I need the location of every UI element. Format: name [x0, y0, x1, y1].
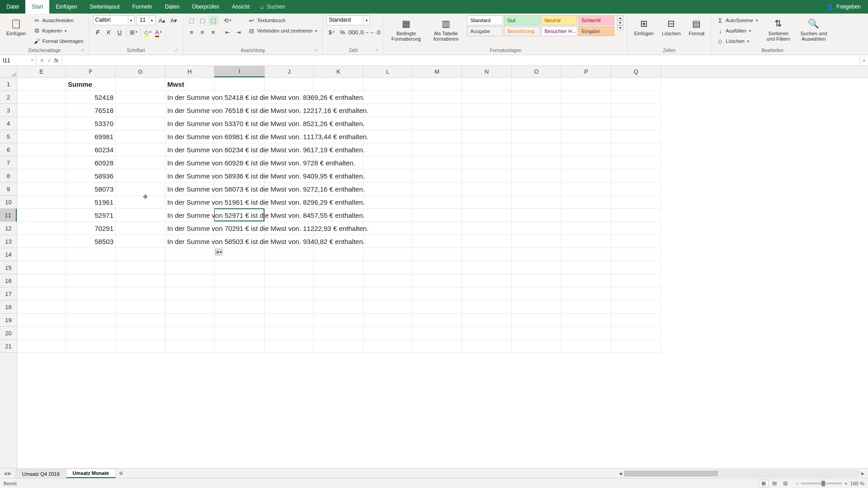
cell-O2[interactable]: [512, 91, 561, 104]
cell-L14[interactable]: [363, 248, 412, 261]
cell-O11[interactable]: [512, 209, 561, 222]
sort-filter-button[interactable]: ⇅Sortieren und Filtern: [762, 15, 795, 43]
cell-F3[interactable]: 76518: [66, 104, 116, 117]
cell-E19[interactable]: [17, 314, 66, 327]
cell-G12[interactable]: [116, 222, 165, 235]
format-cells-button[interactable]: ▤Format: [686, 15, 708, 38]
menu-tab-formeln[interactable]: Formeln: [126, 0, 159, 14]
cell-I17[interactable]: [214, 287, 265, 300]
cell-H1[interactable]: Mwst: [165, 78, 214, 91]
cell-H5[interactable]: In der Summe von 69981 € ist die Mwst vo…: [165, 130, 214, 143]
align-middle-button[interactable]: ⬚: [198, 15, 208, 25]
autofill-options-button[interactable]: ⊞▾: [215, 249, 222, 255]
cell-P13[interactable]: [561, 235, 611, 248]
scroll-thumb[interactable]: [624, 471, 718, 476]
cell-O5[interactable]: [512, 130, 561, 143]
align-right-button[interactable]: ≡: [208, 27, 218, 37]
cell-Q8[interactable]: [611, 169, 661, 183]
col-header-M[interactable]: M: [412, 66, 462, 77]
cell-F10[interactable]: 51961: [66, 196, 116, 209]
cell-P21[interactable]: [561, 340, 611, 353]
cell-H11[interactable]: In der Summe von 52971 € ist die Mwst vo…: [165, 209, 214, 222]
cell-G14[interactable]: [116, 248, 165, 261]
cell-Q17[interactable]: [611, 287, 661, 300]
cell-O9[interactable]: [512, 183, 561, 196]
accounting-format-button[interactable]: $: [326, 27, 336, 37]
conditional-formatting-button[interactable]: ▦Bedingte Formatierung: [387, 15, 425, 43]
col-header-G[interactable]: G: [116, 66, 165, 77]
cell-P6[interactable]: [561, 143, 611, 156]
spreadsheet-grid[interactable]: EFGHIJKLMNOPQ 12345678910111213141516171…: [0, 66, 868, 468]
cell-N8[interactable]: [462, 169, 512, 183]
align-top-button[interactable]: ⬚: [187, 15, 197, 25]
insert-function-button[interactable]: fx: [54, 57, 58, 64]
menu-tab-einfügen[interactable]: Einfügen: [49, 0, 83, 14]
cell-L5[interactable]: [363, 130, 412, 143]
cell-E20[interactable]: [17, 327, 66, 340]
cell-H20[interactable]: [165, 327, 214, 340]
cell-F7[interactable]: 60928: [66, 156, 116, 169]
cell-M21[interactable]: [412, 340, 462, 353]
cell-O4[interactable]: [512, 117, 561, 130]
cell-F21[interactable]: [66, 340, 116, 353]
cell-K1[interactable]: [314, 78, 363, 91]
cell-Q1[interactable]: [611, 78, 661, 91]
cell-P16[interactable]: [561, 274, 611, 287]
cell-L10[interactable]: [363, 196, 412, 209]
col-header-N[interactable]: N: [462, 66, 512, 77]
cell-M11[interactable]: [412, 209, 462, 222]
col-header-E[interactable]: E: [17, 66, 66, 77]
cell-G10[interactable]: [116, 196, 165, 209]
cell-E6[interactable]: [17, 143, 66, 156]
col-header-I[interactable]: I: [214, 66, 265, 77]
cell-P15[interactable]: [561, 261, 611, 274]
cell-Q21[interactable]: [611, 340, 661, 353]
cell-P2[interactable]: [561, 91, 611, 104]
cell-Q6[interactable]: [611, 143, 661, 156]
cell-E8[interactable]: [17, 169, 66, 183]
underline-button[interactable]: U: [115, 27, 125, 37]
cell-F8[interactable]: 58936: [66, 169, 116, 183]
add-sheet-button[interactable]: ⊕: [115, 469, 126, 478]
cell-N18[interactable]: [462, 300, 512, 314]
cell-P19[interactable]: [561, 314, 611, 327]
cell-H16[interactable]: [165, 274, 214, 287]
cell-M18[interactable]: [412, 300, 462, 314]
scroll-track[interactable]: [624, 470, 859, 477]
cell-F20[interactable]: [66, 327, 116, 340]
row-header-4[interactable]: 4: [0, 117, 17, 130]
cell-E2[interactable]: [17, 91, 66, 104]
cell-H14[interactable]: [165, 248, 214, 261]
cell-O13[interactable]: [512, 235, 561, 248]
decrease-decimal-button[interactable]: ←.0: [370, 27, 380, 37]
cell-O1[interactable]: [512, 78, 561, 91]
row-header-10[interactable]: 10: [0, 196, 17, 209]
cell-J18[interactable]: [265, 300, 314, 314]
cell-H17[interactable]: [165, 287, 214, 300]
gallery-more-button[interactable]: ▾: [617, 25, 623, 30]
cell-O12[interactable]: [512, 222, 561, 235]
row-header-13[interactable]: 13: [0, 235, 17, 248]
scroll-left-button[interactable]: ◀: [617, 471, 624, 476]
row-header-15[interactable]: 15: [0, 261, 17, 274]
row-header-11[interactable]: 11: [0, 209, 17, 222]
cell-O10[interactable]: [512, 196, 561, 209]
cell-F16[interactable]: [66, 274, 116, 287]
cell-E4[interactable]: [17, 117, 66, 130]
cell-F18[interactable]: [66, 300, 116, 314]
cell-G6[interactable]: [116, 143, 165, 156]
cell-I15[interactable]: [214, 261, 265, 274]
percent-format-button[interactable]: %: [337, 27, 347, 37]
cell-Q7[interactable]: [611, 156, 661, 169]
sheet-tab-umsatz-monate[interactable]: Umsatz Monate: [66, 469, 116, 478]
cell-N15[interactable]: [462, 261, 512, 274]
cell-O3[interactable]: [512, 104, 561, 117]
cell-N9[interactable]: [462, 183, 512, 196]
cell-F13[interactable]: 58503: [66, 235, 116, 248]
row-header-18[interactable]: 18: [0, 300, 17, 314]
cell-H12[interactable]: In der Summe von 70291 € ist die Mwst vo…: [165, 222, 214, 235]
cell-G8[interactable]: [116, 169, 165, 183]
cell-J14[interactable]: [265, 248, 314, 261]
cell-G2[interactable]: [116, 91, 165, 104]
font-name-combo[interactable]: Calibri▾: [93, 15, 135, 25]
